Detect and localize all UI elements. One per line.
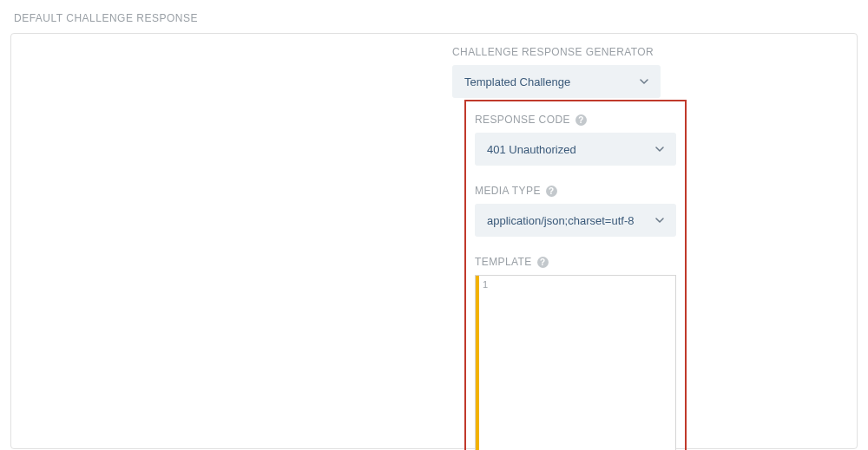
response-code-label: RESPONSE CODE ? bbox=[475, 114, 676, 126]
template-label-text: TEMPLATE bbox=[475, 256, 532, 268]
template-label: TEMPLATE ? bbox=[475, 256, 676, 268]
generator-value: Templated Challenge bbox=[464, 75, 570, 88]
highlighted-group: RESPONSE CODE ? 401 Unauthorized MEDIA T… bbox=[464, 100, 687, 450]
media-type-label: MEDIA TYPE ? bbox=[475, 185, 676, 197]
response-code-label-text: RESPONSE CODE bbox=[475, 114, 570, 126]
settings-panel: CHALLENGE RESPONSE GENERATOR Templated C… bbox=[10, 33, 858, 449]
chevron-down-icon bbox=[655, 216, 664, 225]
response-code-select[interactable]: 401 Unauthorized bbox=[475, 133, 676, 166]
editor-body[interactable] bbox=[491, 276, 675, 450]
editor-gutter: 1 bbox=[476, 276, 491, 450]
generator-label-text: CHALLENGE RESPONSE GENERATOR bbox=[452, 46, 654, 58]
response-code-value: 401 Unauthorized bbox=[487, 143, 576, 156]
template-editor[interactable]: 1 bbox=[475, 275, 676, 450]
media-type-value: application/json;charset=utf-8 bbox=[487, 214, 634, 227]
generator-label: CHALLENGE RESPONSE GENERATOR bbox=[452, 46, 687, 58]
media-type-label-text: MEDIA TYPE bbox=[475, 185, 541, 197]
help-icon[interactable]: ? bbox=[546, 186, 557, 197]
section-title: DEFAULT CHALLENGE RESPONSE bbox=[0, 0, 868, 33]
generator-select[interactable]: Templated Challenge bbox=[452, 65, 661, 98]
line-number: 1 bbox=[479, 279, 488, 290]
help-icon[interactable]: ? bbox=[537, 257, 549, 268]
media-type-select[interactable]: application/json;charset=utf-8 bbox=[475, 204, 676, 237]
chevron-down-icon bbox=[640, 77, 648, 86]
chevron-down-icon bbox=[655, 145, 664, 153]
help-icon[interactable]: ? bbox=[575, 114, 587, 126]
